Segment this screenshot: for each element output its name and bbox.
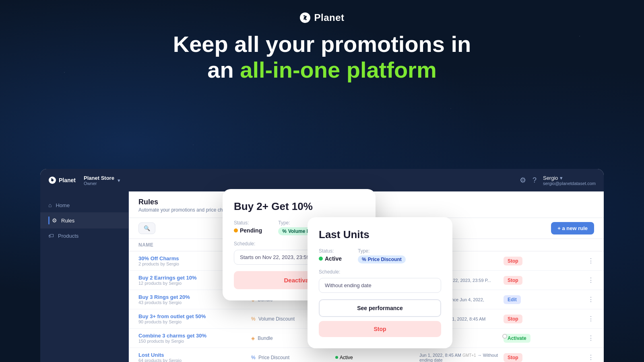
action-buttons: Stop — [504, 257, 588, 265]
user-chevron-icon: ▾ — [560, 175, 563, 181]
popup1-status-section: Status: Pending — [234, 220, 262, 235]
pending-dot — [234, 228, 238, 232]
more-icon[interactable]: ⋮ — [588, 334, 594, 342]
app-logo-icon — [48, 176, 56, 184]
more-icon[interactable]: ⋮ — [588, 257, 594, 265]
popup2-type-value: % Price Discount — [358, 255, 406, 263]
table-row: Lost Units 64 products by Sergio % Price… — [129, 348, 604, 362]
topbar-right: ⚙ ? Sergio ▾ sergio@planetdataset.com — [520, 175, 596, 186]
action-buttons: Edit — [504, 295, 588, 304]
popup2-stop-button[interactable]: Stop — [319, 321, 441, 337]
badge-icon: % — [282, 228, 287, 234]
active-indicator — [48, 216, 50, 224]
popup2-title: Last Units — [319, 228, 441, 241]
edit-button[interactable]: Edit — [504, 295, 521, 304]
status-badge: Active — [335, 355, 419, 360]
more-icon[interactable]: ⋮ — [588, 276, 594, 284]
store-selector[interactable]: Planet Store Owner ▾ — [84, 175, 120, 186]
status-text: Active — [340, 355, 353, 360]
sidebar-label-home: Home — [56, 202, 70, 208]
headline: Keep all your promotions in an all-in-on… — [0, 31, 644, 83]
popup2-status-value: Active — [319, 255, 342, 262]
popup-card-last-units: Last Units Status: Active Type: % Price … — [308, 217, 452, 348]
help-icon[interactable]: ? — [533, 176, 537, 185]
svg-point-3 — [51, 179, 54, 181]
svg-point-1 — [304, 16, 306, 19]
rule-type: % Price Discount — [251, 355, 335, 360]
activate-button[interactable]: Activate — [504, 334, 530, 343]
sidebar-item-home[interactable]: ⌂ Home — [40, 198, 128, 212]
more-options[interactable]: ⋮ — [588, 257, 594, 265]
action-buttons: Stop — [504, 353, 588, 362]
rule-products: 64 products by Sergio — [138, 358, 251, 362]
logo-area: Planet — [0, 12, 644, 23]
popup1-title: Buy 2+ Get 10% — [234, 200, 364, 213]
stop-button[interactable]: Stop — [504, 276, 522, 285]
rule-name-cell: Combine 3 charms get 30% 150 products by… — [138, 333, 251, 343]
active-dot — [319, 257, 323, 261]
badge-icon: % — [362, 257, 366, 262]
sidebar-item-products[interactable]: 🏷 Products — [40, 228, 128, 243]
header-section: Planet Keep all your promotions in an al… — [0, 0, 644, 83]
app-logo: Planet — [48, 176, 76, 184]
stop-button[interactable]: Stop — [504, 257, 522, 265]
sidebar-label-rules: Rules — [61, 218, 74, 224]
rule-name: Lost Units — [138, 352, 251, 358]
user-email: sergio@planetdataset.com — [543, 181, 596, 186]
more-icon[interactable]: ⋮ — [588, 354, 594, 361]
search-box[interactable]: 🔍 — [138, 222, 155, 234]
headline-line1: Keep all your promotions in — [0, 31, 644, 57]
popup2-schedule-value: Without ending date — [319, 278, 441, 293]
price-discount-badge: % Price Discount — [358, 255, 406, 263]
connector-dot-2 — [502, 334, 507, 339]
popup2-status-label: Status: — [319, 248, 342, 254]
action-buttons: Stop — [504, 276, 588, 285]
stop-button[interactable]: Stop — [504, 353, 522, 362]
more-icon[interactable]: ⋮ — [588, 296, 594, 303]
search-icon: 🔍 — [144, 225, 150, 231]
rule-products: 43 products by Sergio — [138, 300, 251, 305]
popup2-type-section: Type: % Price Discount — [358, 248, 406, 263]
stop-button[interactable]: Stop — [504, 315, 522, 323]
rule-name-cell: Lost Units 64 products by Sergio — [138, 352, 251, 362]
popup1-status-label: Status: — [234, 220, 262, 226]
headline-line2: an all-in-one platform — [0, 57, 644, 83]
user-name: Sergio — [543, 175, 558, 181]
sidebar-label-products: Products — [58, 233, 78, 239]
action-buttons: Stop — [504, 315, 588, 323]
schedule-text: Jun 1, 2022, 8:45 AM GMT+1 → Without end… — [419, 353, 504, 362]
rule-products: 90 products by Sergio — [138, 319, 251, 324]
add-rule-button[interactable]: + a new rule — [551, 222, 594, 234]
user-info: Sergio ▾ sergio@planetdataset.com — [543, 175, 596, 186]
settings-icon[interactable]: ⚙ — [520, 176, 526, 185]
sidebar-item-rules[interactable]: ⚙ Rules — [40, 212, 128, 228]
col-actions — [508, 242, 594, 248]
app-window: Planet Planet Store Owner ▾ ⚙ ? Sergio ▾… — [40, 169, 604, 362]
home-icon: ⌂ — [48, 202, 52, 208]
action-buttons: Activate — [504, 334, 588, 343]
more-icon[interactable]: ⋮ — [588, 315, 594, 323]
popup2-meta-row: Status: Active Type: % Price Discount — [319, 248, 441, 263]
status-dot — [335, 356, 338, 359]
see-performance-button[interactable]: See performance — [319, 299, 441, 317]
rule-name: Buy 3+ from outlet get 50% — [138, 313, 251, 319]
rule-name: Combine 3 charms get 30% — [138, 333, 251, 339]
popup2-type-label: Type: — [358, 248, 406, 254]
popup2-schedule-label: Schedule: — [319, 269, 441, 275]
planet-logo-icon — [299, 12, 311, 23]
logo-text: Planet — [314, 12, 344, 23]
sidebar: ⌂ Home ⚙ Rules 🏷 Products — [40, 191, 129, 362]
popup2-status-section: Status: Active — [319, 248, 342, 263]
app-topbar: Planet Planet Store Owner ▾ ⚙ ? Sergio ▾… — [40, 169, 604, 191]
products-icon: 🏷 — [48, 232, 54, 239]
rule-products: 150 products by Sergio — [138, 339, 251, 343]
rule-name-cell: Buy 3+ from outlet get 50% 90 products b… — [138, 313, 251, 324]
popup1-status-value: Pending — [234, 227, 262, 234]
store-chevron-icon: ▾ — [118, 177, 120, 183]
rules-icon: ⚙ — [52, 217, 57, 224]
